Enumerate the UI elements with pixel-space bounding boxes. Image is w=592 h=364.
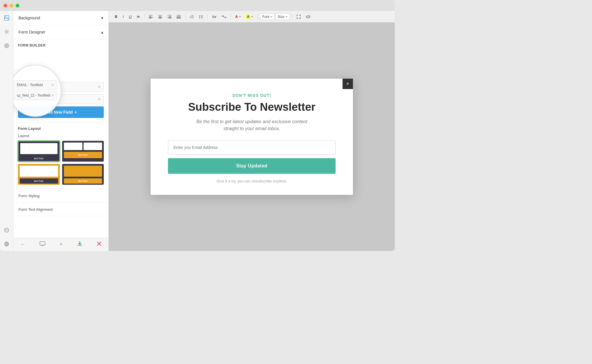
icon-bar [0, 11, 13, 251]
fullscreen-button[interactable] [295, 14, 303, 20]
lo-3-input-area [20, 166, 58, 177]
stay-updated-label: Stay Updated [236, 163, 267, 168]
bg-color-button[interactable]: A [244, 13, 255, 20]
svg-point-9 [199, 15, 199, 16]
image-icon[interactable] [3, 14, 11, 22]
font-label: Font [262, 15, 269, 19]
close-button[interactable] [95, 240, 104, 249]
lo-2-btn-label: BUTTON [78, 154, 88, 156]
newsletter-popup: × DON'T MISS OUT! Subscribe To Newslette… [151, 79, 353, 195]
add-icon: + [60, 241, 63, 247]
form-designer-chevron: ▴ [101, 30, 103, 34]
align-justify-button[interactable] [175, 14, 183, 20]
unlink-button[interactable] [220, 14, 228, 19]
svg-point-11 [199, 17, 199, 18]
lo-4-input-area [64, 166, 102, 177]
field-row-2-text: cp_field_22 - Textfield [21, 97, 98, 101]
traffic-lights [3, 4, 19, 8]
background-label: Background [18, 16, 40, 20]
form-styling-label: Form Styling [18, 194, 40, 198]
maximize-traffic-light[interactable] [16, 4, 19, 8]
field-row-1[interactable]: EMAIL - Textfield × [18, 82, 104, 92]
align-left-button[interactable] [147, 14, 155, 20]
back-button[interactable]: ← [18, 240, 28, 249]
toolbar-sep-5 [258, 14, 258, 20]
popup-close-icon: × [346, 81, 349, 86]
lo-4-btn-label: BUTTON [78, 180, 88, 182]
lo-2-input-right [84, 143, 102, 150]
sidebar-bottom-toolbar: ← + [13, 238, 108, 251]
download-icon [77, 242, 83, 248]
background-section-header[interactable]: Background ▾ [13, 11, 108, 25]
field-row-1-close[interactable]: × [98, 85, 101, 89]
svg-point-5 [6, 45, 7, 46]
layout-sublabel: Layout [18, 134, 104, 138]
preview-icon [40, 241, 45, 247]
lo-4-button: BUTTON [64, 178, 102, 184]
target-icon[interactable] [3, 42, 11, 50]
titlebar [0, 0, 395, 11]
form-layout-section: Form Layout Layout BUTTON [13, 122, 108, 189]
popup-close-button[interactable]: × [343, 79, 353, 89]
popup-note: Give it a try, you can unsubscribe anyti… [168, 179, 336, 183]
lo-2-button: BUTTON [64, 152, 102, 158]
toolbar-sep-2 [185, 14, 185, 20]
font-color-button[interactable]: A [233, 13, 243, 20]
lo-1-button: BUTTON [20, 156, 58, 161]
popup-subtitle: Be the first to get latest updates and e… [168, 118, 336, 132]
popup-title: Subscribe To Newsletter [168, 101, 336, 113]
close-traffic-light[interactable] [3, 4, 7, 8]
add-field-icon: + [75, 110, 77, 114]
field-row-2[interactable]: cp_field_22 - Textfield × [18, 94, 104, 104]
field-row-1-text: EMAIL - Textfield [21, 85, 98, 89]
lo-2-row [64, 143, 102, 150]
source-button[interactable] [304, 14, 312, 20]
background-chevron: ▾ [101, 16, 103, 20]
sidebar: Background ▾ Form Designer ▴ Form Builde… [13, 11, 109, 251]
form-designer-label: Form Designer [18, 30, 45, 34]
email-input[interactable] [168, 140, 336, 155]
stay-updated-button[interactable]: Stay Updated [168, 158, 336, 174]
canvas-area: × DON'T MISS OUT! Subscribe To Newslette… [109, 23, 395, 251]
preview-button[interactable] [37, 240, 48, 249]
toolbar-sep-4 [231, 14, 231, 20]
unordered-list-button[interactable] [197, 14, 205, 20]
add-button[interactable]: + [57, 240, 65, 249]
globe-icon[interactable] [3, 240, 11, 248]
layout-grid: BUTTON BUTTON BUT [18, 141, 104, 185]
size-label: Size [278, 15, 284, 19]
field-row-2-close[interactable]: × [98, 97, 101, 101]
main-canvas: B I U Ix 1. [109, 11, 395, 251]
size-dropdown[interactable]: Size [275, 14, 289, 20]
italic-button[interactable]: I [121, 13, 126, 20]
history-icon[interactable] [3, 226, 11, 234]
form-text-alignment-label: Form Text Alignment [18, 207, 53, 212]
bold-button[interactable]: B [113, 13, 119, 20]
toolbar-sep-6 [292, 14, 292, 20]
add-field-label: Add New Field [45, 110, 73, 114]
align-center-button[interactable] [156, 14, 164, 20]
layout-option-3[interactable]: BUTTON [18, 164, 60, 185]
add-field-button[interactable]: Add New Field + [18, 106, 104, 118]
back-icon: ← [20, 241, 25, 247]
ordered-list-button[interactable]: 1. [188, 14, 196, 20]
lo-1-input-area [20, 143, 58, 154]
form-designer-section-header[interactable]: Form Designer ▴ [13, 25, 108, 39]
strikethrough-button[interactable]: Ix [135, 13, 142, 20]
align-right-button[interactable] [165, 14, 173, 20]
link-button[interactable] [210, 14, 219, 19]
underline-button[interactable]: U [127, 13, 134, 20]
layout-option-4[interactable]: BUTTON [62, 164, 104, 185]
download-button[interactable] [75, 240, 85, 249]
layout-option-2[interactable]: BUTTON [62, 141, 104, 162]
form-builder-content: Form Builder EMAIL - Textfield × cp_fiel… [13, 39, 108, 122]
form-styling-section[interactable]: Form Styling [13, 189, 108, 203]
gear-icon[interactable] [3, 28, 11, 36]
close-icon [97, 241, 101, 247]
toolbar-sep-3 [207, 14, 208, 20]
editor-toolbar: B I U Ix 1. [109, 11, 395, 23]
layout-option-1[interactable]: BUTTON [18, 141, 60, 162]
minimize-traffic-light[interactable] [10, 4, 13, 8]
font-dropdown[interactable]: Font [260, 14, 274, 20]
form-text-alignment-section[interactable]: Form Text Alignment [13, 203, 108, 216]
